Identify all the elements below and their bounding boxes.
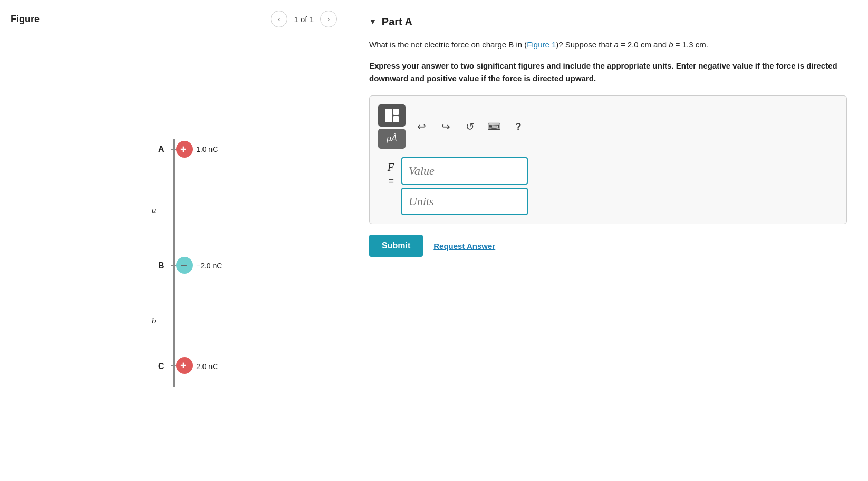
undo-icon: ↩: [417, 120, 426, 133]
figure-svg: A + 1.0 nC a B − −2.0 nC b C + 2.0 nC: [100, 107, 248, 413]
part-header: ▼ Part A: [369, 16, 847, 28]
units-input[interactable]: [401, 188, 528, 215]
svg-text:1.0 nC: 1.0 nC: [196, 145, 218, 153]
nav-next-button[interactable]: ›: [320, 11, 337, 27]
redo-button[interactable]: ↪: [437, 118, 454, 135]
left-panel: Figure ‹ 1 of 1 › A + 1.0 nC a: [0, 0, 348, 481]
toolbar-button-group: μÅ: [378, 104, 406, 149]
input-label: F =: [378, 157, 394, 187]
answer-container: μÅ ↩ ↪ ↺ ⌨ ?: [369, 95, 847, 224]
svg-text:+: +: [180, 143, 187, 155]
svg-text:A: A: [158, 145, 165, 153]
equals-label: =: [388, 176, 394, 187]
action-row: Submit Request Answer: [369, 235, 847, 257]
help-button[interactable]: ?: [510, 118, 527, 135]
mu-a-label: μÅ: [387, 134, 397, 143]
svg-text:−2.0 nC: −2.0 nC: [196, 262, 222, 270]
instruction-text: Express your answer to two significant f…: [369, 60, 847, 85]
figure-link[interactable]: Figure 1: [527, 40, 556, 49]
reset-icon: ↺: [466, 120, 475, 133]
value-input[interactable]: [401, 157, 528, 185]
template-button[interactable]: [378, 104, 406, 127]
figure-title: Figure: [11, 14, 40, 25]
redo-icon: ↪: [441, 120, 450, 133]
input-row: F =: [378, 157, 838, 215]
force-label: F: [388, 161, 394, 174]
request-answer-button[interactable]: Request Answer: [433, 242, 495, 251]
svg-text:2.0 nC: 2.0 nC: [196, 362, 218, 371]
toolbar: μÅ ↩ ↪ ↺ ⌨ ?: [378, 104, 838, 149]
keyboard-button[interactable]: ⌨: [486, 118, 503, 135]
svg-text:B: B: [158, 261, 165, 270]
svg-text:−: −: [181, 259, 187, 271]
collapse-arrow-icon[interactable]: ▼: [369, 18, 377, 26]
chevron-right-icon: ›: [327, 15, 330, 23]
help-icon: ?: [516, 121, 522, 132]
nav-prev-button[interactable]: ‹: [271, 11, 287, 27]
figure-diagram: A + 1.0 nC a B − −2.0 nC b C + 2.0 nC: [11, 39, 337, 470]
nav-page-label: 1 of 1: [294, 15, 314, 24]
input-fields: [401, 157, 528, 215]
svg-text:C: C: [158, 362, 165, 371]
submit-button[interactable]: Submit: [369, 235, 423, 257]
svg-text:b: b: [152, 316, 156, 325]
reset-button[interactable]: ↺: [461, 118, 478, 135]
right-panel: ▼ Part A What is the net electric force …: [348, 0, 868, 481]
units-button[interactable]: μÅ: [378, 129, 406, 149]
svg-text:a: a: [152, 206, 156, 214]
figure-nav: ‹ 1 of 1 ›: [271, 11, 337, 27]
question-text: What is the net electric force on charge…: [369, 39, 847, 51]
figure-header: Figure ‹ 1 of 1 ›: [11, 11, 337, 33]
part-title: Part A: [382, 16, 412, 28]
undo-button[interactable]: ↩: [413, 118, 430, 135]
svg-text:+: +: [180, 360, 187, 371]
keyboard-icon: ⌨: [487, 121, 501, 132]
chevron-left-icon: ‹: [278, 15, 281, 23]
